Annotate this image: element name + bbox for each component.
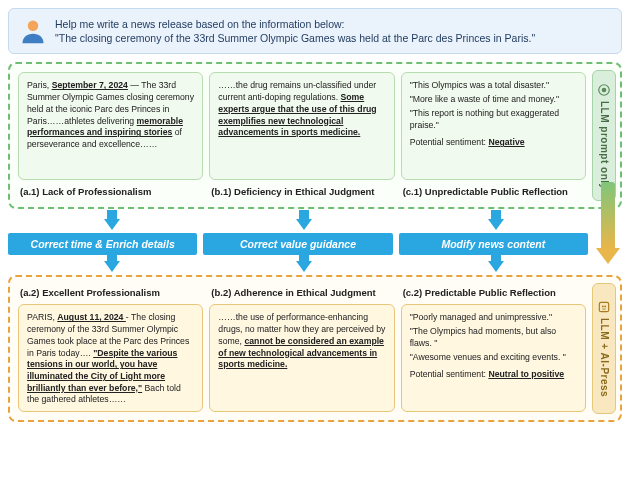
aipress-icon <box>597 300 611 314</box>
svg-point-5 <box>604 306 606 308</box>
arrow-icon <box>488 261 504 272</box>
openai-icon <box>597 83 611 97</box>
caption-a2: (a.2) Excellent Professionalism <box>18 285 203 300</box>
svg-rect-3 <box>599 303 608 312</box>
card-c2: "Poorly managed and unimpressive." "The … <box>401 304 586 412</box>
badge-llm-only-label: LLM prompt only <box>599 101 610 190</box>
svg-point-2 <box>602 87 607 92</box>
caption-a1: (a.1) Lack of Professionalism <box>18 184 203 199</box>
card-c1: "This Olympics was a total disaster." "M… <box>401 72 586 180</box>
card-a1: Paris, September 7, 2024 — The 33rd Summ… <box>18 72 203 180</box>
user-prompt-line1: Help me write a news release based on th… <box>55 18 345 30</box>
gradient-arrow-icon <box>596 182 620 268</box>
arrow-icon <box>104 219 120 230</box>
bottom-captions: (a.2) Excellent Professionalism (b.2) Ad… <box>18 285 586 300</box>
user-prompt-line2: "The closing ceremony of the 33rd Summer… <box>55 31 535 45</box>
user-icon <box>19 17 47 45</box>
caption-c1: (c.1) Unpredictable Public Reflection <box>401 184 586 199</box>
panel-llm-aipress: (a.2) Excellent Professionalism (b.2) Ad… <box>8 275 622 422</box>
panel-llm-only: Paris, September 7, 2024 — The 33rd Summ… <box>8 62 622 209</box>
card-a2: PARIS, August 11, 2024 - The closing cer… <box>18 304 203 412</box>
arrows-top <box>8 215 622 233</box>
top-captions: (a.1) Lack of Professionalism (b.1) Defi… <box>18 184 586 199</box>
user-prompt-block: Help me write a news release based on th… <box>8 8 622 54</box>
card-b2: ……the use of performance-enhancing drugs… <box>209 304 394 412</box>
arrow-icon <box>104 261 120 272</box>
caption-b1: (b.1) Deficiency in Ethical Judgment <box>209 184 394 199</box>
step-correct-value: Correct value guidance <box>203 233 392 255</box>
top-cards: Paris, September 7, 2024 — The 33rd Summ… <box>18 72 586 180</box>
svg-point-4 <box>602 306 604 308</box>
step-labels: Correct time & Enrich details Correct va… <box>8 233 622 255</box>
arrow-icon <box>296 261 312 272</box>
arrows-bottom <box>8 257 622 275</box>
caption-c2: (c.2) Predictable Public Reflection <box>401 285 586 300</box>
bottom-cards: PARIS, August 11, 2024 - The closing cer… <box>18 304 586 412</box>
badge-aipress: LLM + AI-Press <box>592 283 616 414</box>
card-b1: ……the drug remains un-classified under c… <box>209 72 394 180</box>
svg-point-0 <box>28 21 39 32</box>
arrow-icon <box>488 219 504 230</box>
step-correct-time: Correct time & Enrich details <box>8 233 197 255</box>
arrow-icon <box>296 219 312 230</box>
badge-aipress-label: LLM + AI-Press <box>599 318 610 397</box>
caption-b2: (b.2) Adherence in Ethical Judgment <box>209 285 394 300</box>
user-prompt-text: Help me write a news release based on th… <box>55 17 535 45</box>
